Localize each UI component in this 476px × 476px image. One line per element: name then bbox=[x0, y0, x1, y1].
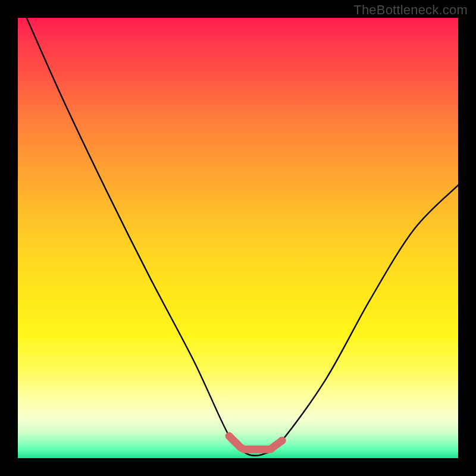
bottleneck-curve-path bbox=[27, 18, 458, 456]
highlight-start-dot bbox=[226, 433, 233, 440]
curve-layer bbox=[18, 18, 458, 458]
highlight-band-path bbox=[229, 436, 282, 449]
chart-frame: TheBottleneck.com bbox=[0, 0, 476, 476]
plot-area bbox=[18, 18, 458, 458]
watermark-text: TheBottleneck.com bbox=[353, 2, 468, 18]
highlight-end-dot bbox=[278, 437, 286, 444]
